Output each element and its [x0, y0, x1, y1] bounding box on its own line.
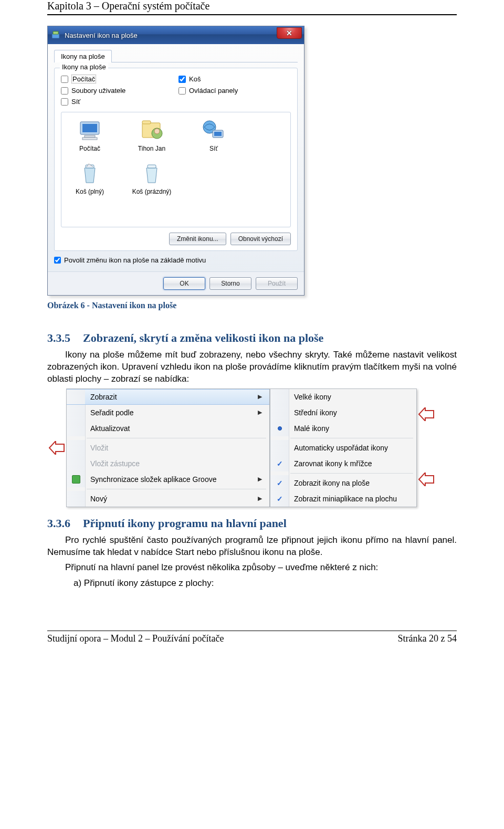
desktop-icons-groupbox: Ikony na ploše Počítač Koš Soubory uživa… [54, 68, 298, 251]
ctx-groove[interactable]: Synchronizace složek aplikace Groove▶ [67, 471, 269, 487]
submenu-arrow-icon: ▶ [258, 495, 262, 502]
preview-computer[interactable]: Počítač [67, 118, 113, 152]
title-text: Nastavení ikon na ploše [65, 32, 138, 39]
ctx-large-label: Velké ikony [289, 393, 409, 401]
ctx-show-gadgets[interactable]: ✓Zobrazit miniaplikace na plochu [270, 491, 416, 507]
list-item-a: a) Připnutí ikony zástupce z plochy: [74, 578, 457, 589]
preview-recycle-empty[interactable]: Koš (prázdný) [129, 161, 175, 195]
check-recycle[interactable]: Koš [178, 75, 291, 83]
desktop-icon-settings-dialog: Nastavení ikon na ploše ✕ Ikony na ploše… [47, 26, 304, 296]
check-userfiles-label: Soubory uživatele [71, 87, 125, 95]
annotation-arrow-right-1 [417, 407, 436, 421]
apply-button[interactable]: Použít [256, 277, 298, 290]
groove-icon [72, 475, 80, 484]
ctx-show-icons[interactable]: ✓Zobrazit ikony na ploše [270, 475, 416, 491]
ctx-small-icons[interactable]: Malé ikony [270, 421, 416, 436]
context-menu-left: Zobrazit▶ Seřadit podle▶ Aktualizovat Vl… [66, 389, 270, 507]
page-footer: Studijní opora – Modul 2 – Používání poč… [47, 631, 457, 644]
ctx-refresh[interactable]: Aktualizovat [67, 421, 269, 436]
heading-335-title: Zobrazení, skrytí a změna velikosti ikon… [83, 331, 323, 344]
heading-336-number: 3.3.6 [47, 517, 70, 530]
checkmark-icon: ✓ [277, 459, 283, 468]
preview-network-label: Síť [209, 145, 218, 152]
restore-default-button[interactable]: Obnovit výchozí [230, 233, 291, 245]
allow-theme-change-box[interactable] [54, 257, 61, 264]
svg-rect-7 [142, 121, 151, 124]
annotation-arrow-left [47, 389, 66, 507]
close-icon: ✕ [286, 29, 292, 37]
para-335-1: Ikony na ploše můžeme mít buď zobrazeny,… [47, 349, 457, 385]
ctx-new-label: Nový [85, 495, 247, 503]
ctx-auto-arrange[interactable]: Automaticky uspořádat ikony [270, 440, 416, 456]
check-userfiles[interactable]: Soubory uživatele [61, 87, 173, 95]
check-network[interactable]: Síť [61, 98, 173, 106]
tab-desktop-icons[interactable]: Ikony na ploše [54, 50, 112, 62]
svg-rect-3 [82, 124, 97, 132]
close-button[interactable]: ✕ [277, 27, 302, 39]
ok-button[interactable]: OK [163, 277, 205, 290]
ctx-paste-label: Vložit [85, 444, 262, 452]
ctx-align-grid[interactable]: ✓Zarovnat ikony k mřížce [270, 456, 416, 471]
heading-336: 3.3.6Připnutí ikony programu na hlavní p… [47, 517, 457, 530]
preview-computer-label: Počítač [79, 145, 100, 152]
submenu-arrow-icon: ▶ [258, 476, 262, 482]
allow-theme-change-label: Povolit změnu ikon na ploše na základě m… [64, 256, 206, 264]
radio-bullet-icon [278, 426, 282, 431]
preview-user[interactable]: Tihon Jan [129, 118, 175, 152]
preview-user-label: Tihon Jan [138, 145, 165, 152]
svg-rect-12 [214, 132, 222, 136]
ctx-sort[interactable]: Seřadit podle▶ [67, 405, 269, 421]
ctx-paste-shortcut-label: Vložit zástupce [85, 459, 262, 468]
heading-336-title: Připnutí ikony programu na hlavní panel [83, 517, 287, 530]
check-network-box[interactable] [61, 98, 68, 106]
checkmark-icon: ✓ [277, 495, 283, 503]
chapter-header: Kapitola 3 – Operační systém počítače [47, 0, 457, 15]
cancel-button[interactable]: Storno [209, 277, 251, 290]
para-336-2: Připnutí na hlavní panel lze provést něk… [47, 562, 457, 574]
preview-recycle-full-label: Koš (plný) [76, 188, 104, 195]
check-recycle-label: Koš [189, 75, 201, 83]
annotation-arrow-right-2 [417, 473, 436, 486]
ctx-view-label: Zobrazit [85, 393, 247, 401]
footer-left: Studijní opora – Modul 2 – Používání poč… [47, 633, 224, 644]
check-computer-label: Počítač [71, 75, 96, 83]
ctx-large-icons[interactable]: Velké ikony [270, 389, 416, 405]
context-menu-right: Velké ikony Střední ikony Malé ikony Aut… [270, 389, 417, 507]
ctx-small-label: Malé ikony [289, 424, 409, 433]
svg-point-9 [154, 129, 160, 134]
change-icon-button[interactable]: Změnit ikonu... [169, 233, 226, 245]
check-recycle-box[interactable] [178, 76, 186, 83]
allow-theme-change[interactable]: Povolit změnu ikon na ploše na základě m… [54, 256, 298, 264]
checkmark-icon: ✓ [277, 479, 283, 487]
ctx-groove-label: Synchronizace složek aplikace Groove [85, 475, 247, 484]
app-icon [51, 30, 60, 40]
groupbox-legend: Ikony na ploše [60, 63, 108, 71]
ctx-auto-label: Automaticky uspořádat ikony [289, 444, 409, 452]
svg-rect-14 [148, 165, 156, 168]
ctx-view[interactable]: Zobrazit▶ [67, 389, 269, 405]
ctx-paste-shortcut: Vložit zástupce [67, 456, 269, 471]
footer-right: Stránka 20 z 54 [398, 633, 457, 644]
check-computer[interactable]: Počítač [61, 75, 173, 83]
icon-preview-well[interactable]: Počítač Tihon Jan Síť Koš (plný) [61, 112, 291, 227]
check-controlpanels[interactable]: Ovládací panely [178, 87, 291, 95]
ctx-show-gadgets-label: Zobrazit miniaplikace na plochu [289, 495, 409, 503]
ctx-new[interactable]: Nový▶ [67, 491, 269, 507]
ctx-show-icons-label: Zobrazit ikony na ploše [289, 479, 409, 487]
preview-recycle-full[interactable]: Koš (plný) [67, 161, 113, 195]
preview-network[interactable]: Síť [191, 118, 237, 152]
svg-rect-4 [85, 135, 95, 138]
heading-335-number: 3.3.5 [47, 331, 70, 344]
check-network-label: Síť [71, 98, 80, 106]
check-controlpanels-box[interactable] [178, 87, 186, 95]
figure-caption: Obrázek 6 - Nastavení ikon na ploše [47, 301, 457, 310]
submenu-arrow-icon: ▶ [258, 393, 262, 400]
context-menu-figure: Zobrazit▶ Seřadit podle▶ Aktualizovat Vl… [47, 389, 457, 507]
check-controlpanels-label: Ovládací panely [189, 87, 238, 95]
check-computer-box[interactable] [61, 76, 68, 83]
check-userfiles-box[interactable] [61, 87, 68, 95]
ctx-medium-icons[interactable]: Střední ikony [270, 405, 416, 421]
submenu-arrow-icon: ▶ [258, 409, 262, 416]
tab-strip: Ikony na ploše [54, 49, 298, 62]
titlebar[interactable]: Nastavení ikon na ploše ✕ [48, 26, 304, 44]
